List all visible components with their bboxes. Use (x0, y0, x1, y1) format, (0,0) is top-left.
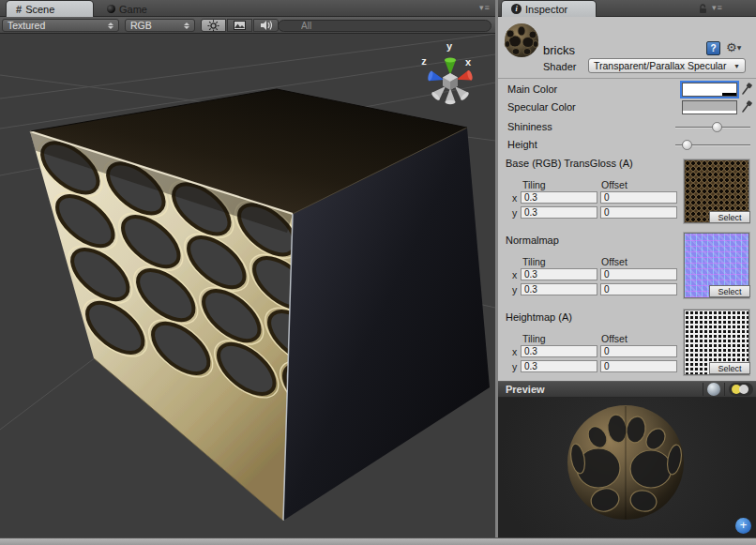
normalmap-tiling-y-input[interactable] (521, 283, 597, 295)
heightmap-label: Heightmap (A) (506, 311, 572, 323)
scene-tabbar: # Scene Game ▾≡ (0, 0, 495, 17)
base-offset-y-input[interactable] (600, 206, 677, 219)
scene-grid-icon: # (16, 4, 22, 15)
divider (724, 383, 725, 396)
tab-game-label: Game (119, 4, 147, 15)
heightmap-tiling-x-input[interactable] (521, 345, 597, 357)
base-map-select-button[interactable]: Select (709, 211, 750, 223)
skybox-toggle-button[interactable] (227, 19, 252, 32)
gear-icon[interactable]: ⚙▼ (726, 40, 741, 54)
base-tiling-y-input[interactable] (521, 206, 597, 219)
height-slider-thumb[interactable] (682, 140, 692, 150)
divider (703, 383, 703, 396)
scene-render: y z x (0, 34, 495, 537)
tab-inspector-label: Inspector (525, 4, 567, 15)
main-color-label: Main Color (507, 83, 557, 95)
scene-viewport[interactable]: y z x (0, 34, 495, 537)
image-icon (234, 21, 246, 30)
lock-icon[interactable] (698, 4, 708, 14)
row-x-label: x (512, 346, 517, 357)
tiling-header: Tiling (522, 333, 546, 344)
base-tiling-x-input[interactable] (521, 191, 597, 204)
shader-value: Transparent/Parallax Specular (594, 60, 726, 71)
textured-cube[interactable] (30, 89, 495, 521)
material-preview-area[interactable]: + (498, 398, 756, 537)
dropdown-stepper-icon (108, 23, 113, 29)
dropdown-stepper-icon (184, 23, 189, 29)
scene-panel-menu-icon[interactable]: ▾≡ (479, 3, 491, 12)
audio-toggle-button[interactable] (253, 19, 279, 32)
normalmap-label: Normalmap (506, 235, 559, 246)
gizmo-z-axis-cone (427, 70, 446, 84)
height-label: Height (507, 139, 537, 150)
heightmap-select-button[interactable]: Select (709, 362, 750, 374)
main-color-swatch[interactable] (682, 83, 737, 97)
gizmo-x-label: x (465, 56, 472, 68)
row-y-label: y (512, 207, 517, 219)
tab-scene-label: Scene (25, 4, 54, 15)
height-slider[interactable] (675, 139, 750, 151)
channel-mode-dropdown[interactable]: RGB (125, 19, 195, 32)
lighting-toggle-button[interactable] (201, 19, 226, 32)
tiling-header: Tiling (522, 256, 546, 267)
render-mode-dropdown[interactable]: Textured (2, 19, 119, 32)
heightmap-offset-y-input[interactable] (600, 360, 677, 372)
offset-header: Offset (601, 256, 627, 267)
scene-toolbar: Textured RGB (0, 17, 495, 34)
gizmo-y-axis-cone (445, 58, 456, 75)
heightmap-offset-x-input[interactable] (600, 345, 677, 357)
inspector-panel-menu-icon[interactable]: ▾≡ (712, 3, 723, 12)
specular-color-label: Specular Color (507, 101, 576, 113)
help-button[interactable]: ? (706, 41, 720, 55)
audio-icon (260, 20, 273, 31)
base-map-label: Base (RGB) TransGloss (A) (506, 158, 633, 169)
row-x-label: x (512, 192, 517, 204)
specular-color-swatch[interactable] (682, 100, 737, 114)
row-x-label: x (512, 269, 517, 280)
plus-icon[interactable]: + (735, 518, 751, 534)
render-mode-value: Textured (8, 20, 45, 31)
shader-dropdown[interactable]: Transparent/Parallax Specular ▼ (588, 58, 746, 73)
normalmap-offset-x-input[interactable] (600, 268, 677, 280)
inspector-panel: bricks Shader Transparent/Parallax Specu… (498, 17, 756, 537)
normalmap-offset-y-input[interactable] (600, 283, 677, 295)
search-input[interactable] (278, 20, 491, 32)
offset-header: Offset (601, 179, 627, 190)
shininess-slider[interactable] (675, 121, 750, 133)
preview-sphere-render (498, 398, 756, 537)
eyedropper-icon[interactable] (741, 100, 752, 114)
divider (498, 78, 756, 79)
unity-editor-window: # Scene Game ▾≡ Textured RGB (0, 0, 756, 545)
chevron-down-icon: ▼ (733, 63, 740, 69)
gizmo-z-label: z (421, 55, 427, 67)
inspector-tabbar: i Inspector ▾≡ (498, 0, 756, 17)
shader-label: Shader (543, 61, 576, 72)
tab-game[interactable]: Game (98, 1, 157, 17)
tab-scene[interactable]: # Scene (7, 1, 93, 17)
row-y-label: y (512, 284, 517, 295)
shininess-label: Shininess (507, 121, 552, 132)
preview-mesh-sphere-icon[interactable] (707, 383, 720, 396)
normalmap-select-button[interactable]: Select (709, 285, 750, 297)
tiling-header: Tiling (522, 179, 546, 190)
gizmo-y-label: y (446, 40, 453, 52)
preview-lighting-icon[interactable] (729, 383, 753, 396)
preview-title: Preview (506, 384, 545, 395)
row-y-label: y (512, 361, 517, 372)
material-name: bricks (543, 43, 575, 57)
game-icon (107, 5, 115, 13)
base-offset-x-input[interactable] (600, 191, 677, 204)
info-icon: i (511, 4, 522, 14)
offset-header: Offset (601, 333, 627, 344)
channel-mode-value: RGB (130, 20, 152, 31)
heightmap-tiling-y-input[interactable] (521, 360, 597, 372)
shininess-slider-thumb[interactable] (712, 122, 722, 132)
material-ball-icon (504, 23, 539, 58)
tab-inspector[interactable]: i Inspector (502, 1, 596, 17)
normalmap-tiling-x-input[interactable] (521, 268, 597, 280)
eyedropper-icon[interactable] (741, 83, 752, 96)
sun-icon (207, 20, 219, 32)
window-bottom-strip (0, 537, 756, 545)
